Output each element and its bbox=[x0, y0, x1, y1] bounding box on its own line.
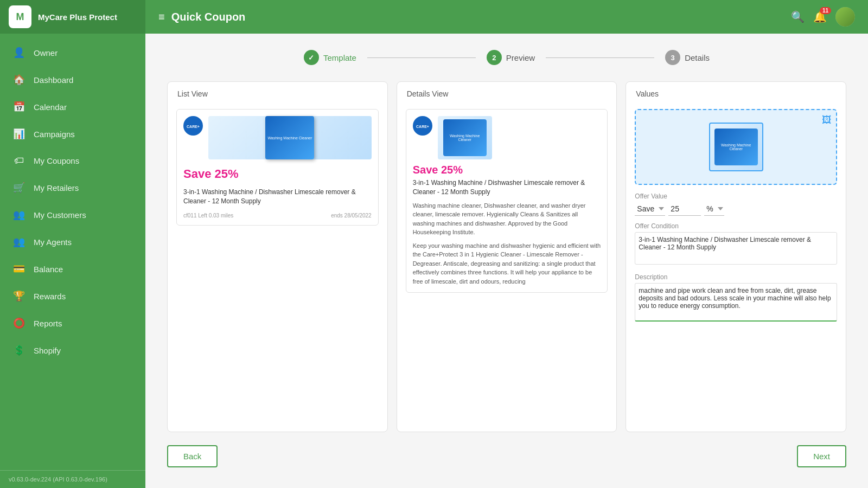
dashboard-icon: 🏠 bbox=[13, 74, 25, 86]
content-area: ✓ Template 2 Preview 3 Details bbox=[145, 34, 868, 488]
details-description-1: Washing machine cleaner, Dishwasher clea… bbox=[413, 201, 601, 237]
step-2-preview: 2 Preview bbox=[487, 50, 535, 65]
sidebar-item-dashboard[interactable]: 🏠 Dashboard bbox=[0, 66, 145, 93]
product-logo: CARE+ bbox=[183, 116, 203, 136]
back-button[interactable]: Back bbox=[167, 445, 218, 467]
sidebar-item-my-retailers[interactable]: 🛒 My Retailers bbox=[0, 174, 145, 201]
sidebar-item-rewards[interactable]: 🏆 Rewards bbox=[0, 282, 145, 310]
step-3-details: 3 Details bbox=[665, 50, 710, 65]
offer-condition-label: Offer Condition bbox=[635, 222, 837, 230]
sidebar-header: M MyCare Plus Protect bbox=[0, 0, 145, 34]
step-2-circle: 2 bbox=[487, 50, 502, 65]
sidebar-item-reports[interactable]: ⭕ Reports bbox=[0, 310, 145, 337]
details-product-image: Washing Machine Cleaner bbox=[438, 116, 492, 159]
step-1-circle: ✓ bbox=[304, 50, 319, 65]
list-view-body: CARE+ Washing Machine Cleaner Save 25% 3… bbox=[168, 102, 387, 432]
details-logo: CARE+ bbox=[413, 116, 432, 136]
offer-amount-input[interactable] bbox=[668, 202, 701, 216]
search-icon[interactable]: 🔍 bbox=[791, 10, 805, 23]
product-box-list: Washing Machine Cleaner bbox=[265, 116, 314, 159]
sidebar-item-my-coupons[interactable]: 🏷 My Coupons bbox=[0, 147, 145, 174]
svg-text:CARE+: CARE+ bbox=[416, 125, 429, 129]
details-top: CARE+ Washing Machine Cleaner bbox=[413, 116, 601, 159]
list-save-label: Save 25% bbox=[183, 167, 372, 181]
sidebar-item-label: My Customers bbox=[34, 210, 86, 220]
svg-text:CARE+: CARE+ bbox=[187, 125, 200, 129]
rewards-icon: 🏆 bbox=[13, 290, 25, 302]
sidebar-item-balance[interactable]: 💳 Balance bbox=[0, 255, 145, 282]
list-product-title: 3-in-1 Washing Machine / Dishwasher Lime… bbox=[183, 188, 372, 206]
values-body: Washing Machine Cleaner 🖼 Offer Value Sa… bbox=[626, 102, 846, 432]
sidebar-item-label: Shopify bbox=[34, 346, 61, 355]
retailers-icon: 🛒 bbox=[13, 182, 25, 194]
owner-icon: 👤 bbox=[13, 47, 25, 59]
sidebar-item-label: My Agents bbox=[34, 237, 72, 247]
sidebar-item-label: My Coupons bbox=[34, 156, 79, 165]
shopify-icon: 💲 bbox=[13, 344, 25, 356]
offer-unit-select[interactable]: % bbox=[704, 202, 724, 216]
sidebar-item-label: Dashboard bbox=[34, 75, 73, 85]
list-view-header: List View bbox=[168, 82, 387, 102]
menu-icon[interactable]: ≡ bbox=[158, 11, 165, 23]
values-card: Values Washing Machine Cleaner 🖼 Offer bbox=[626, 81, 846, 432]
customers-icon: 👥 bbox=[13, 209, 25, 221]
details-view-header: Details View bbox=[397, 82, 617, 102]
offer-condition-group: Offer Condition 3-in-1 Washing Machine /… bbox=[635, 222, 837, 267]
topbar-actions: 🔍 🔔 11 bbox=[791, 7, 855, 27]
sidebar-item-my-agents[interactable]: 👥 My Agents bbox=[0, 228, 145, 255]
description-group: Description machine and pipe work clean … bbox=[635, 273, 837, 324]
sidebar-item-label: Balance bbox=[34, 265, 63, 274]
bottom-nav: Back Next bbox=[167, 445, 846, 472]
list-product-meta: cf011 Left 0.03 miles ends 28/05/2022 bbox=[183, 213, 372, 219]
sidebar-item-campaigns[interactable]: 📊 Campaigns bbox=[0, 120, 145, 147]
notification-badge: 11 bbox=[820, 7, 831, 14]
sidebar-item-my-customers[interactable]: 👥 My Customers bbox=[0, 201, 145, 228]
step-connector-1 bbox=[367, 57, 476, 58]
meta-left: cf011 Left 0.03 miles bbox=[183, 213, 233, 219]
app-name: MyCare Plus Protect bbox=[38, 12, 117, 22]
agents-icon: 👥 bbox=[13, 236, 25, 248]
product-image-list: Washing Machine Cleaner bbox=[208, 116, 372, 159]
step-2-number: 2 bbox=[492, 54, 496, 62]
page-title: Quick Coupon bbox=[171, 11, 784, 23]
coupons-icon: 🏷 bbox=[13, 155, 25, 166]
sidebar-item-owner[interactable]: 👤 Owner bbox=[0, 39, 145, 66]
details-view-body: CARE+ Washing Machine Cleaner Save 25% 3… bbox=[397, 102, 617, 432]
image-upload-inner: Washing Machine Cleaner bbox=[709, 123, 763, 171]
offer-condition-textarea[interactable]: 3-in-1 Washing Machine / Dishwasher Lime… bbox=[635, 232, 837, 265]
sidebar-item-label: Reports bbox=[34, 319, 62, 328]
notification-icon[interactable]: 🔔 11 bbox=[813, 10, 827, 23]
topbar: ≡ Quick Coupon 🔍 🔔 11 bbox=[145, 0, 868, 34]
sidebar-item-calendar[interactable]: 📅 Calendar bbox=[0, 93, 145, 120]
sidebar: M MyCare Plus Protect 👤 Owner 🏠 Dashboar… bbox=[0, 0, 145, 488]
main-content: ≡ Quick Coupon 🔍 🔔 11 ✓ Template bbox=[145, 0, 868, 488]
avatar[interactable] bbox=[835, 7, 855, 27]
details-description-2: Keep your washing machine and dishwasher… bbox=[413, 241, 601, 286]
step-3-number: 3 bbox=[671, 54, 675, 62]
offer-value-row: Save % bbox=[635, 202, 837, 216]
balance-icon: 💳 bbox=[13, 263, 25, 275]
reports-icon: ⭕ bbox=[13, 317, 25, 329]
sidebar-item-label: Owner bbox=[34, 48, 58, 57]
sidebar-item-label: My Retailers bbox=[34, 183, 79, 192]
details-preview: CARE+ Washing Machine Cleaner Save 25% 3… bbox=[406, 109, 608, 293]
step-2-label: Preview bbox=[506, 53, 535, 62]
next-button[interactable]: Next bbox=[797, 445, 846, 467]
sidebar-item-shopify[interactable]: 💲 Shopify bbox=[0, 337, 145, 364]
version-label: v0.63.0-dev.224 (API 0.63.0-dev.196) bbox=[0, 470, 145, 488]
step-1-number: ✓ bbox=[308, 54, 314, 62]
meta-right: ends 28/05/2022 bbox=[331, 213, 372, 219]
offer-value-select[interactable]: Save bbox=[635, 202, 665, 216]
app-logo: M bbox=[9, 5, 31, 28]
image-upload-icon: 🖼 bbox=[822, 114, 832, 126]
sidebar-item-label: Campaigns bbox=[34, 130, 75, 139]
sidebar-nav: 👤 Owner 🏠 Dashboard 📅 Calendar 📊 Campaig… bbox=[0, 34, 145, 470]
description-textarea[interactable]: machine and pipe work clean and free fro… bbox=[635, 283, 837, 322]
step-1-label: Template bbox=[323, 53, 356, 62]
step-connector-2 bbox=[546, 57, 654, 58]
list-view-card: List View CARE+ Washing Machine Cleaner bbox=[167, 81, 388, 432]
step-3-label: Details bbox=[685, 53, 710, 62]
details-product-title: 3-in-1 Washing Machine / Dishwasher Lime… bbox=[413, 178, 601, 197]
offer-value-label: Offer Value bbox=[635, 192, 837, 200]
image-upload-area[interactable]: Washing Machine Cleaner 🖼 bbox=[635, 109, 837, 185]
